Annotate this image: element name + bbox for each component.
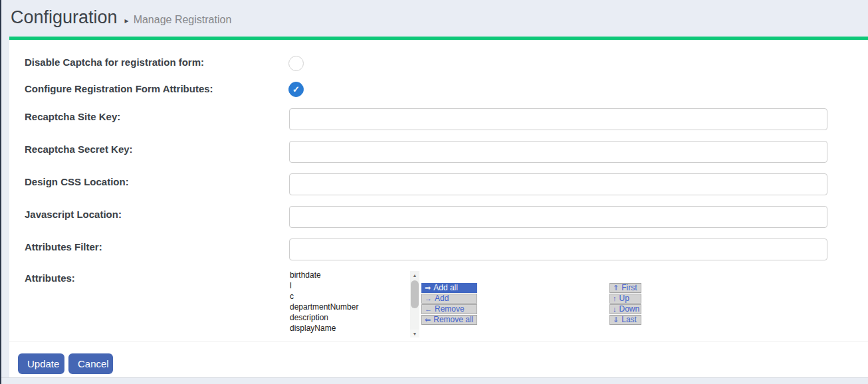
recaptcha-secret-key-input[interactable] [289,141,827,163]
attribute-option[interactable]: l [290,280,408,291]
attributes-list[interactable]: birthdate l c departmentNumber descripti… [290,270,408,377]
down-label: Down [619,305,640,314]
configure-attributes-checkbox[interactable]: ✓ [288,82,304,97]
manage-registration-page: Configuration ▸ Manage Registration Disa… [0,0,868,384]
configuration-card: Disable Captcha for registration form: ✓… [9,37,868,377]
up-label: Up [619,294,629,303]
first-arrow-icon: ⇑ [613,284,619,292]
javascript-location-input[interactable] [289,206,827,228]
footer-band [0,377,868,384]
recaptcha-secret-key-label: Recaptcha Secret Key: [25,144,133,154]
remove-arrow-icon: ← [425,306,432,313]
cancel-button[interactable]: Cancel [68,353,113,374]
first-label: First [621,284,637,292]
breadcrumb: Manage Registration [134,14,232,26]
javascript-location-label: Javascript Location: [25,209,122,219]
form-actions-divider [9,341,868,341]
remove-all-label: Remove all [433,316,473,324]
remove-button[interactable]: ← Remove [421,304,477,314]
last-label: Last [621,316,637,324]
configure-attributes-label: Configure Registration Form Attributes: [25,84,213,94]
order-button-group: ⇑ First ↑ Up ↓ Down ⇓ Last [609,283,641,326]
breadcrumb-arrow-icon: ▸ [125,16,129,25]
last-arrow-icon: ⇓ [613,316,619,324]
up-arrow-icon: ↑ [613,295,617,302]
remove-all-arrow-icon: ⇐ [425,316,431,324]
attributes-filter-label: Attributes Filter: [25,242,102,252]
down-arrow-icon: ↓ [613,306,617,313]
up-button[interactable]: ↑ Up [609,294,641,304]
add-label: Add [435,294,449,303]
attribute-option[interactable]: description [290,312,408,323]
add-arrow-icon: → [425,295,432,302]
remove-label: Remove [435,305,465,314]
design-css-location-label: Design CSS Location: [25,177,129,187]
transfer-button-group: ⇒ Add all → Add ← Remove ⇐ Remove all [421,283,477,326]
check-icon: ✓ [292,85,300,94]
attribute-option[interactable]: departmentNumber [290,302,408,312]
recaptcha-site-key-input[interactable] [289,108,827,130]
design-css-location-input[interactable] [289,173,827,195]
attributes-label: Attributes: [25,273,75,283]
recaptcha-site-key-label: Recaptcha Site Key: [25,112,120,122]
remove-all-button[interactable]: ⇐ Remove all [421,315,477,325]
update-button[interactable]: Update [18,353,64,374]
attributes-filter-input[interactable] [289,239,827,260]
attributes-list-scrollbar[interactable]: ▲ ▼ [410,271,419,337]
disable-captcha-checkbox[interactable]: ✓ [288,56,304,71]
add-all-arrow-icon: ⇒ [425,284,431,292]
page-header: Configuration ▸ Manage Registration [11,7,231,28]
last-button[interactable]: ⇓ Last [609,315,641,325]
add-all-button[interactable]: ⇒ Add all [421,283,477,293]
scrollbar-thumb[interactable] [411,280,419,308]
disable-captcha-label: Disable Captcha for registration form: [25,57,204,67]
attribute-option[interactable]: birthdate [290,270,408,280]
add-all-label: Add all [433,284,458,292]
down-button[interactable]: ↓ Down [609,304,641,314]
attribute-option[interactable]: displayName [290,323,408,334]
first-button[interactable]: ⇑ First [609,283,641,293]
scroll-down-icon[interactable]: ▼ [410,330,419,337]
attribute-option[interactable]: c [290,291,408,302]
left-edge-stripe [0,0,1,384]
add-button[interactable]: → Add [421,294,477,304]
scroll-up-icon[interactable]: ▲ [410,271,419,279]
page-title: Configuration [11,7,118,28]
